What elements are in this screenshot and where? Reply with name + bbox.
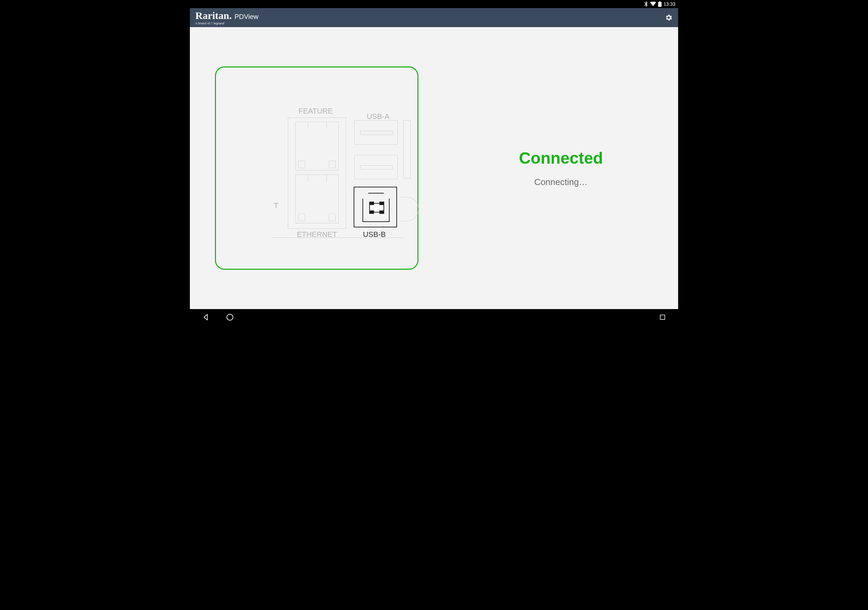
clock: 13:33	[663, 2, 676, 7]
android-status-bar: 13:33	[190, 0, 678, 8]
connection-status-title: Connected	[519, 149, 603, 167]
device-diagram-card: FEATURE USB-A ETHERNET USB-B T	[215, 67, 418, 270]
gear-icon[interactable]	[665, 14, 673, 22]
usba-port-1	[354, 120, 398, 145]
svg-point-0	[227, 314, 233, 320]
home-icon[interactable]	[226, 313, 234, 321]
usbb-port-highlight	[353, 187, 397, 228]
app-bar: Raritan. A brand of □ legrand PDView	[190, 8, 678, 27]
wifi-icon	[650, 2, 656, 6]
usba-port-2	[354, 155, 398, 179]
round-port	[400, 197, 419, 221]
bluetooth-icon	[644, 2, 648, 7]
back-icon[interactable]	[202, 313, 209, 321]
diagram-t-label: T	[274, 201, 278, 210]
svg-rect-1	[660, 315, 665, 319]
diagram-feature-label: FEATURE	[298, 107, 333, 116]
slim-port	[403, 120, 411, 179]
app-title: PDView	[235, 13, 259, 21]
rj45-port-2	[295, 175, 339, 223]
brand-tagline: A brand of □ legrand	[195, 22, 232, 25]
connection-status-subtitle: Connecting…	[534, 177, 588, 187]
rj45-port-1	[295, 122, 339, 170]
main-content: FEATURE USB-A ETHERNET USB-B T	[190, 27, 678, 309]
android-nav-bar	[190, 309, 678, 325]
recents-icon[interactable]	[659, 314, 666, 320]
brand-name: Raritan.	[195, 11, 232, 21]
brand-block: Raritan. A brand of □ legrand PDView	[195, 11, 258, 25]
battery-icon	[658, 2, 662, 7]
diagram-usba-label: USB-A	[367, 112, 389, 121]
